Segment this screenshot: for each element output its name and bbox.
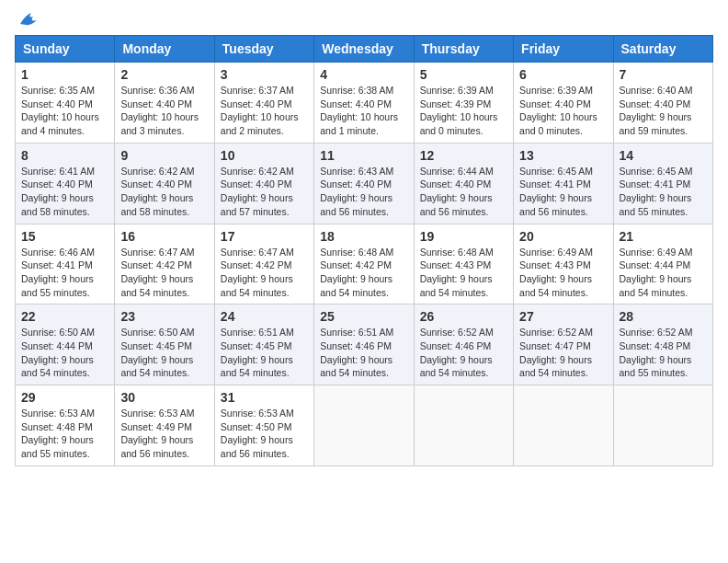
day-number: 5 [420, 67, 507, 82]
calendar-cell: 16 Sunrise: 6:47 AM Sunset: 4:42 PM Dayl… [115, 224, 214, 304]
calendar-cell: 27 Sunrise: 6:52 AM Sunset: 4:47 PM Dayl… [514, 304, 613, 385]
day-info: Sunrise: 6:45 AM Sunset: 4:41 PM Dayligh… [620, 165, 707, 219]
day-number: 29 [21, 390, 108, 405]
day-number: 14 [620, 148, 707, 163]
day-number: 30 [120, 390, 208, 405]
calendar-cell: 21 Sunrise: 6:49 AM Sunset: 4:44 PM Dayl… [613, 224, 712, 304]
day-number: 10 [221, 148, 308, 163]
calendar-cell: 1 Sunrise: 6:35 AM Sunset: 4:40 PM Dayli… [16, 63, 115, 144]
day-info: Sunrise: 6:51 AM Sunset: 4:46 PM Dayligh… [320, 326, 407, 380]
day-number: 12 [420, 148, 507, 163]
day-number: 18 [320, 229, 407, 244]
day-info: Sunrise: 6:48 AM Sunset: 4:43 PM Dayligh… [420, 246, 507, 300]
day-info: Sunrise: 6:42 AM Sunset: 4:40 PM Dayligh… [221, 165, 308, 219]
day-number: 9 [120, 148, 208, 163]
calendar-cell: 28 Sunrise: 6:52 AM Sunset: 4:48 PM Dayl… [613, 304, 712, 385]
column-header-monday: Monday [115, 36, 214, 63]
column-header-saturday: Saturday [613, 36, 712, 63]
calendar-cell: 6 Sunrise: 6:39 AM Sunset: 4:40 PM Dayli… [514, 63, 613, 144]
day-number: 3 [221, 67, 308, 82]
logo-bird-icon [18, 11, 39, 28]
calendar-cell: 3 Sunrise: 6:37 AM Sunset: 4:40 PM Dayli… [214, 63, 313, 144]
day-info: Sunrise: 6:47 AM Sunset: 4:42 PM Dayligh… [120, 246, 208, 300]
day-number: 7 [620, 67, 707, 82]
day-info: Sunrise: 6:39 AM Sunset: 4:40 PM Dayligh… [519, 84, 607, 138]
column-header-tuesday: Tuesday [214, 36, 313, 63]
day-info: Sunrise: 6:41 AM Sunset: 4:40 PM Dayligh… [21, 165, 108, 219]
day-info: Sunrise: 6:35 AM Sunset: 4:40 PM Dayligh… [21, 84, 108, 138]
calendar-cell: 18 Sunrise: 6:48 AM Sunset: 4:42 PM Dayl… [314, 224, 414, 304]
column-header-thursday: Thursday [414, 36, 513, 63]
column-header-sunday: Sunday [16, 36, 115, 63]
day-number: 20 [519, 229, 607, 244]
calendar-cell: 17 Sunrise: 6:47 AM Sunset: 4:42 PM Dayl… [214, 224, 313, 304]
calendar-cell: 23 Sunrise: 6:50 AM Sunset: 4:45 PM Dayl… [115, 304, 214, 385]
calendar-cell: 12 Sunrise: 6:44 AM Sunset: 4:40 PM Dayl… [414, 143, 513, 224]
day-number: 26 [420, 309, 507, 324]
calendar-week-row: 1 Sunrise: 6:35 AM Sunset: 4:40 PM Dayli… [16, 63, 713, 144]
day-info: Sunrise: 6:46 AM Sunset: 4:41 PM Dayligh… [21, 246, 108, 300]
calendar-week-row: 8 Sunrise: 6:41 AM Sunset: 4:40 PM Dayli… [16, 143, 713, 224]
calendar-cell: 10 Sunrise: 6:42 AM Sunset: 4:40 PM Dayl… [214, 143, 313, 224]
column-header-friday: Friday [514, 36, 613, 63]
calendar-cell: 4 Sunrise: 6:38 AM Sunset: 4:40 PM Dayli… [314, 63, 414, 144]
day-number: 28 [620, 309, 707, 324]
calendar-table: SundayMondayTuesdayWednesdayThursdayFrid… [15, 35, 713, 466]
calendar-cell: 31 Sunrise: 6:53 AM Sunset: 4:50 PM Dayl… [214, 385, 313, 466]
calendar-week-row: 15 Sunrise: 6:46 AM Sunset: 4:41 PM Dayl… [16, 224, 713, 304]
day-info: Sunrise: 6:40 AM Sunset: 4:40 PM Dayligh… [620, 84, 707, 138]
day-number: 15 [21, 229, 108, 244]
day-number: 31 [221, 390, 308, 405]
day-number: 13 [519, 148, 607, 163]
day-number: 19 [420, 229, 507, 244]
day-info: Sunrise: 6:44 AM Sunset: 4:40 PM Dayligh… [420, 165, 507, 219]
calendar-cell: 24 Sunrise: 6:51 AM Sunset: 4:45 PM Dayl… [214, 304, 313, 385]
day-info: Sunrise: 6:51 AM Sunset: 4:45 PM Dayligh… [221, 326, 308, 380]
day-info: Sunrise: 6:52 AM Sunset: 4:47 PM Dayligh… [519, 326, 607, 380]
day-info: Sunrise: 6:49 AM Sunset: 4:43 PM Dayligh… [519, 246, 607, 300]
calendar-cell [514, 385, 613, 466]
day-info: Sunrise: 6:49 AM Sunset: 4:44 PM Dayligh… [620, 246, 707, 300]
calendar-cell: 14 Sunrise: 6:45 AM Sunset: 4:41 PM Dayl… [613, 143, 712, 224]
calendar-cell [314, 385, 414, 466]
calendar-cell: 25 Sunrise: 6:51 AM Sunset: 4:46 PM Dayl… [314, 304, 414, 385]
calendar-cell [613, 385, 712, 466]
day-number: 23 [120, 309, 208, 324]
logo [15, 15, 39, 28]
day-info: Sunrise: 6:53 AM Sunset: 4:50 PM Dayligh… [221, 407, 308, 461]
day-number: 27 [519, 309, 607, 324]
day-info: Sunrise: 6:48 AM Sunset: 4:42 PM Dayligh… [320, 246, 407, 300]
day-number: 17 [221, 229, 308, 244]
day-info: Sunrise: 6:52 AM Sunset: 4:46 PM Dayligh… [420, 326, 507, 380]
calendar-cell: 2 Sunrise: 6:36 AM Sunset: 4:40 PM Dayli… [115, 63, 214, 144]
page-header [15, 15, 713, 28]
calendar-week-row: 22 Sunrise: 6:50 AM Sunset: 4:44 PM Dayl… [16, 304, 713, 385]
calendar-cell: 9 Sunrise: 6:42 AM Sunset: 4:40 PM Dayli… [115, 143, 214, 224]
calendar-cell: 5 Sunrise: 6:39 AM Sunset: 4:39 PM Dayli… [414, 63, 513, 144]
calendar-week-row: 29 Sunrise: 6:53 AM Sunset: 4:48 PM Dayl… [16, 385, 713, 466]
day-info: Sunrise: 6:47 AM Sunset: 4:42 PM Dayligh… [221, 246, 308, 300]
day-number: 2 [120, 67, 208, 82]
day-number: 25 [320, 309, 407, 324]
calendar-cell: 7 Sunrise: 6:40 AM Sunset: 4:40 PM Dayli… [613, 63, 712, 144]
day-number: 22 [21, 309, 108, 324]
day-number: 21 [620, 229, 707, 244]
day-info: Sunrise: 6:42 AM Sunset: 4:40 PM Dayligh… [120, 165, 208, 219]
calendar-cell: 19 Sunrise: 6:48 AM Sunset: 4:43 PM Dayl… [414, 224, 513, 304]
calendar-cell: 13 Sunrise: 6:45 AM Sunset: 4:41 PM Dayl… [514, 143, 613, 224]
day-info: Sunrise: 6:52 AM Sunset: 4:48 PM Dayligh… [620, 326, 707, 380]
calendar-cell: 11 Sunrise: 6:43 AM Sunset: 4:40 PM Dayl… [314, 143, 414, 224]
calendar-cell [414, 385, 513, 466]
day-info: Sunrise: 6:43 AM Sunset: 4:40 PM Dayligh… [320, 165, 407, 219]
day-info: Sunrise: 6:50 AM Sunset: 4:45 PM Dayligh… [120, 326, 208, 380]
day-info: Sunrise: 6:53 AM Sunset: 4:48 PM Dayligh… [21, 407, 108, 461]
day-info: Sunrise: 6:38 AM Sunset: 4:40 PM Dayligh… [320, 84, 407, 138]
calendar-cell: 26 Sunrise: 6:52 AM Sunset: 4:46 PM Dayl… [414, 304, 513, 385]
calendar-cell: 8 Sunrise: 6:41 AM Sunset: 4:40 PM Dayli… [16, 143, 115, 224]
day-info: Sunrise: 6:37 AM Sunset: 4:40 PM Dayligh… [221, 84, 308, 138]
day-number: 24 [221, 309, 308, 324]
calendar-header-row: SundayMondayTuesdayWednesdayThursdayFrid… [16, 36, 713, 63]
day-number: 6 [519, 67, 607, 82]
day-info: Sunrise: 6:36 AM Sunset: 4:40 PM Dayligh… [120, 84, 208, 138]
calendar-cell: 30 Sunrise: 6:53 AM Sunset: 4:49 PM Dayl… [115, 385, 214, 466]
